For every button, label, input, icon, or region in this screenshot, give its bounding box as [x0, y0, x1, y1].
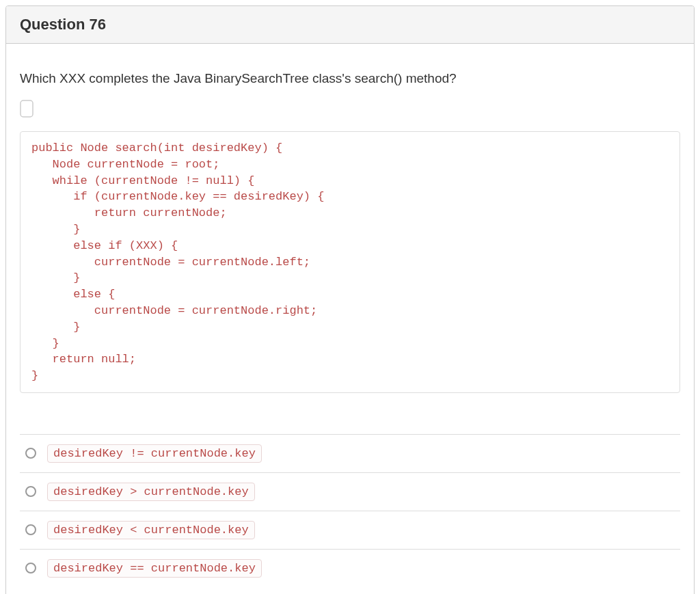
option-code: desiredKey > currentNode.key: [47, 483, 255, 501]
question-title: Question 76: [20, 16, 680, 33]
question-body: Which XXX completes the Java BinarySearc…: [6, 44, 694, 594]
radio-button[interactable]: [25, 448, 36, 459]
question-header: Question 76: [6, 6, 694, 44]
option-code: desiredKey != currentNode.key: [47, 444, 262, 463]
code-block: public Node search(int desiredKey) { Nod…: [20, 131, 680, 393]
radio-button[interactable]: [25, 524, 36, 535]
options-list: desiredKey != currentNode.key desiredKey…: [20, 434, 680, 587]
option-code: desiredKey == currentNode.key: [47, 559, 262, 578]
option-code: desiredKey < currentNode.key: [47, 521, 255, 539]
option-row[interactable]: desiredKey < currentNode.key: [20, 511, 680, 549]
svg-rect-0: [21, 100, 33, 117]
question-prompt: Which XXX completes the Java BinarySearc…: [20, 71, 680, 86]
radio-button[interactable]: [25, 486, 36, 497]
option-row[interactable]: desiredKey != currentNode.key: [20, 434, 680, 472]
option-row[interactable]: desiredKey == currentNode.key: [20, 549, 680, 587]
radio-button[interactable]: [25, 563, 36, 573]
flag-icon[interactable]: [20, 100, 33, 118]
question-container: Question 76 Which XXX completes the Java…: [5, 5, 695, 594]
option-row[interactable]: desiredKey > currentNode.key: [20, 472, 680, 511]
